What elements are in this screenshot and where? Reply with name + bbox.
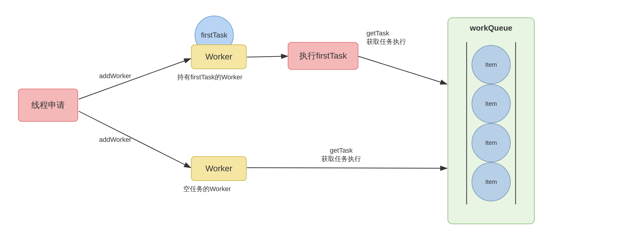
work-queue-container: workQueue Item Item Item Item xyxy=(448,17,535,224)
queue-item-3: Item xyxy=(472,123,511,162)
queue-item-1: Item xyxy=(472,45,511,84)
svg-line-4 xyxy=(358,56,447,84)
add-worker-top-label: addWorker xyxy=(99,72,131,80)
queue-item-4-label: Item xyxy=(485,178,497,185)
svg-line-2 xyxy=(79,111,191,168)
thread-request-box: 线程申请 xyxy=(18,89,78,122)
get-task-bottom-label: getTask 获取任务执行 xyxy=(321,147,361,163)
execute-first-task-label: 执行firstTask xyxy=(299,50,347,62)
svg-line-1 xyxy=(79,59,191,99)
thread-request-label: 线程申请 xyxy=(31,99,65,111)
worker-bottom-box: Worker xyxy=(191,156,247,181)
queue-item-4: Item xyxy=(472,162,511,201)
queue-item-2-label: Item xyxy=(485,100,497,107)
svg-line-3 xyxy=(247,56,288,57)
queue-item-3-label: Item xyxy=(485,139,497,146)
worker-bottom-label: Worker xyxy=(205,164,232,173)
diagram-container: 线程申请 firstTask Worker 执行firstTask Worker… xyxy=(0,0,644,244)
svg-line-5 xyxy=(247,168,447,168)
vline-left xyxy=(466,42,467,204)
first-task-circle-label: firstTask xyxy=(201,31,227,39)
work-queue-label: workQueue xyxy=(470,23,512,33)
add-worker-bottom-label: addWorker xyxy=(99,136,131,144)
execute-first-task-box: 执行firstTask xyxy=(288,42,358,70)
worker-top-box: Worker xyxy=(191,44,247,69)
empty-worker-label: 空任务的Worker xyxy=(183,185,231,194)
arrows-svg xyxy=(0,0,644,244)
queue-item-1-label: Item xyxy=(485,61,497,68)
worker-top-label: Worker xyxy=(205,52,232,62)
queue-item-2: Item xyxy=(472,84,511,123)
holds-first-task-label: 持有firstTask的Worker xyxy=(177,73,242,82)
get-task-top-label: getTask 获取任务执行 xyxy=(366,29,406,46)
vline-right xyxy=(515,42,516,204)
